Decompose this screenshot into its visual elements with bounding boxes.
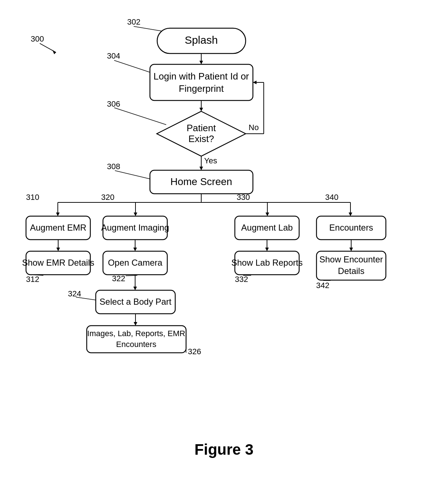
ref-320: 320	[101, 193, 115, 202]
ref-330: 330	[237, 193, 250, 202]
ref-332: 332	[235, 275, 248, 284]
login-label-line1: Login with Patient Id or	[154, 71, 249, 82]
ref-342: 342	[316, 281, 329, 290]
augment-imaging-label: Augment Imaging	[101, 223, 169, 232]
encounters-label: Encounters	[329, 223, 373, 232]
patient-exist-line2: Exist?	[189, 133, 214, 144]
images-lab-label-line1: Images, Lab, Reports, EMR	[87, 329, 185, 338]
splash-label: Splash	[185, 34, 218, 46]
ref-304: 304	[107, 51, 120, 60]
ref-324: 324	[68, 289, 81, 298]
yes-label: Yes	[204, 156, 217, 165]
ref-322: 322	[112, 274, 125, 283]
ref-308: 308	[107, 162, 120, 171]
home-screen-label: Home Screen	[170, 176, 232, 187]
no-label: No	[249, 123, 259, 132]
ref-312: 312	[26, 275, 39, 284]
select-body-part-label: Select a Body Part	[100, 297, 172, 307]
ref-302: 302	[127, 17, 141, 26]
ref-306: 306	[107, 99, 120, 108]
augment-emr-label: Augment EMR	[30, 223, 86, 232]
ref-300: 300	[31, 34, 44, 43]
ref-310: 310	[26, 193, 39, 202]
patient-exist-line1: Patient	[187, 123, 216, 133]
ref-340: 340	[325, 193, 339, 202]
diagram-container: 300 302 Splash 304 Login with Patient Id…	[0, 0, 448, 480]
ref-326: 326	[188, 347, 201, 356]
open-camera-label: Open Camera	[108, 258, 163, 267]
flowchart-svg: 300 302 Splash 304 Login with Patient Id…	[0, 0, 448, 480]
svg-rect-8	[150, 64, 253, 100]
show-encounter-label-line1: Show Encounter	[319, 254, 383, 264]
figure-title: Figure 3	[194, 441, 253, 458]
augment-lab-label: Augment Lab	[241, 223, 293, 232]
show-emr-details-label: Show EMR Details	[22, 258, 94, 267]
images-lab-label-line2: Encounters	[116, 340, 156, 349]
svg-line-36	[126, 275, 137, 276]
show-lab-reports-label: Show Lab Reports	[231, 258, 302, 267]
login-label-line2: Fingerprint	[179, 83, 224, 94]
show-encounter-label-line2: Details	[338, 266, 364, 276]
